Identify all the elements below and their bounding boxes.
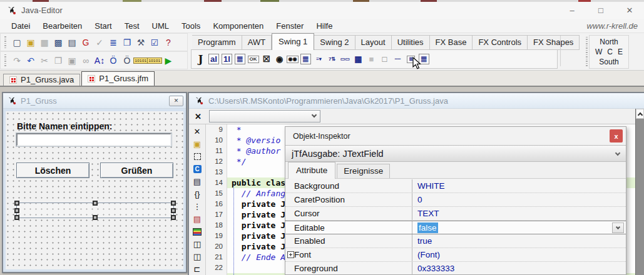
run-icon[interactable]: ▶ (161, 54, 175, 68)
binary-folder-alt-icon[interactable]: 10101 (148, 54, 161, 68)
jseparator-icon[interactable]: ╌╌ (391, 52, 404, 67)
border-south[interactable]: South (599, 58, 618, 66)
file-tab[interactable]: P1_Gruss.java (3, 74, 80, 86)
jpanel-icon[interactable]: ■ (365, 52, 378, 67)
border-center[interactable]: C (607, 48, 613, 56)
property-value[interactable]: true (412, 234, 626, 248)
menu-item[interactable]: Test (118, 21, 146, 31)
font-size-icon[interactable]: A↕ (93, 54, 106, 68)
property-row[interactable]: CaretPosition 0 (285, 193, 626, 207)
paste-icon[interactable]: ▣ (65, 54, 79, 68)
form-button-gruessen[interactable]: Grüßen (100, 162, 173, 178)
class-icon[interactable]: C (192, 164, 203, 174)
jlabel-icon[interactable]: J (194, 52, 207, 67)
menu-item[interactable]: Bearbeiten (36, 21, 88, 31)
menu-item[interactable]: Fenster (270, 21, 310, 31)
property-value[interactable]: 0x333333 (412, 262, 626, 275)
cascade-windows-icon[interactable]: ❐ (120, 36, 134, 49)
border-west[interactable]: W (595, 48, 602, 56)
maximize-button[interactable]: □ (586, 2, 615, 19)
frame-template-icon[interactable]: ◫ (192, 251, 203, 262)
form-textfield[interactable] (16, 133, 171, 146)
jradiobutton-icon[interactable]: ◉ (273, 52, 286, 67)
selection-handle[interactable] (171, 201, 176, 206)
menu-item[interactable]: Datei (5, 21, 36, 31)
property-row[interactable]: Cursor TEXT (285, 207, 626, 221)
inspector-tab[interactable]: Attribute (288, 162, 335, 179)
palette-tab[interactable]: Utilities (392, 35, 430, 50)
print-icon[interactable]: ▤ (65, 36, 79, 49)
ellipsis-icon[interactable]: ⋮ (192, 201, 203, 212)
jtextfield-icon[interactable]: aI (207, 52, 220, 67)
scroll-up-icon[interactable] (636, 109, 644, 119)
selection-handle[interactable] (171, 208, 176, 213)
selection-handle[interactable] (14, 215, 19, 220)
toolbar-grip[interactable] (4, 36, 6, 49)
frame-template-icon[interactable]: ⊏ (192, 264, 203, 274)
border-east[interactable]: E (618, 48, 623, 56)
property-value[interactable]: WHITE (412, 179, 626, 192)
close-icon[interactable]: ✕ (195, 112, 202, 121)
menu-item[interactable]: Komponenten (207, 21, 270, 31)
insert-component-icon[interactable]: ▤ (192, 214, 203, 224)
property-value[interactable]: false (412, 221, 626, 234)
save-icon[interactable]: ▦ (38, 36, 51, 49)
jlist-icon[interactable]: ≣ (299, 52, 312, 67)
palette-tab[interactable]: FX Shapes (528, 35, 580, 50)
close-button[interactable]: ✕ (615, 2, 644, 19)
dropdown-button[interactable] (612, 222, 624, 233)
minimize-button[interactable]: – (558, 2, 586, 19)
property-value[interactable]: TEXT (412, 207, 626, 220)
selection-handle[interactable] (171, 215, 176, 220)
search-icon[interactable]: ∞ (79, 54, 93, 68)
save-all-icon[interactable]: ▩ (51, 36, 65, 49)
canvas-icon[interactable]: □ (378, 52, 391, 67)
menu-item[interactable]: Tools (175, 21, 207, 31)
messages-window-icon[interactable]: ☑ (148, 36, 161, 49)
borderlayout-selector[interactable]: North W C E South (589, 35, 629, 69)
jbutton-icon[interactable]: OK (247, 52, 260, 67)
open-folder-icon[interactable]: ▣ (192, 139, 203, 149)
close-icon[interactable]: ✕ (169, 96, 183, 106)
palette-tab[interactable]: Programm (192, 35, 242, 50)
structure-view-icon[interactable]: ≣ (106, 36, 120, 49)
copy-icon[interactable]: ❐ (51, 54, 65, 68)
editor-titlebar[interactable]: C:\Users\R.MSKonto\Programmieren\Java\Gk… (189, 93, 644, 109)
property-row[interactable]: Enabled true (285, 234, 626, 248)
undo-icon[interactable]: ↶ (24, 54, 38, 68)
vertical-scrollbar[interactable] (635, 109, 644, 275)
close-icon[interactable]: ✕ (192, 126, 203, 137)
checkbox-disabled-icon[interactable]: ✓ (93, 36, 106, 49)
buttongroup-icon[interactable]: ◉◉ (286, 52, 299, 67)
palette-tab[interactable]: FX Controls (473, 35, 528, 50)
frame-template-icon[interactable]: ◫ (192, 239, 203, 249)
border-north[interactable]: North (600, 38, 618, 46)
palette-tab[interactable]: Swing 1 (272, 33, 314, 50)
jar-create-icon[interactable]: Ö (106, 54, 120, 68)
object-selector-combobox[interactable]: jTfAusgabe: JTextField (285, 145, 626, 162)
property-row[interactable]: Font (Font) (285, 248, 626, 262)
jscrollbar-icon[interactable]: ▭▭ (339, 52, 352, 67)
cut-icon[interactable]: ✂ (38, 54, 51, 68)
open-folder-icon[interactable]: ▣ (24, 36, 38, 49)
selection-handle[interactable] (14, 208, 19, 213)
inspector-titlebar[interactable]: Objekt-Inspektor x (285, 127, 626, 145)
menu-item[interactable]: Start (88, 21, 118, 31)
jcheckbox-icon[interactable]: ☒ (260, 52, 273, 67)
jcombobox-icon[interactable]: ≡▾ (312, 52, 325, 67)
redo-icon[interactable]: ↷ (10, 54, 24, 68)
selected-textfield[interactable] (16, 202, 174, 218)
property-value[interactable]: 0 (412, 193, 626, 206)
selection-handle[interactable] (93, 201, 98, 206)
gui-designer-icon[interactable]: G (79, 36, 93, 49)
palette-tab[interactable]: Swing 2 (314, 35, 355, 50)
inspector-tab[interactable]: Ereignisse (337, 164, 390, 178)
form-design-canvas[interactable]: Bitte Namen eintippen: Löschen Grüßen (3, 109, 186, 272)
build-window-icon[interactable]: ⚒ (134, 36, 148, 49)
property-row[interactable]: Background WHITE (285, 179, 626, 193)
property-row[interactable]: Foreground 0x333333 (285, 262, 626, 275)
property-value[interactable]: (Font) (412, 248, 626, 261)
toolbar-grip[interactable] (4, 54, 6, 67)
close-icon[interactable]: x (610, 129, 623, 142)
title-bar[interactable]: Java-Editor –□✕ (0, 2, 644, 19)
